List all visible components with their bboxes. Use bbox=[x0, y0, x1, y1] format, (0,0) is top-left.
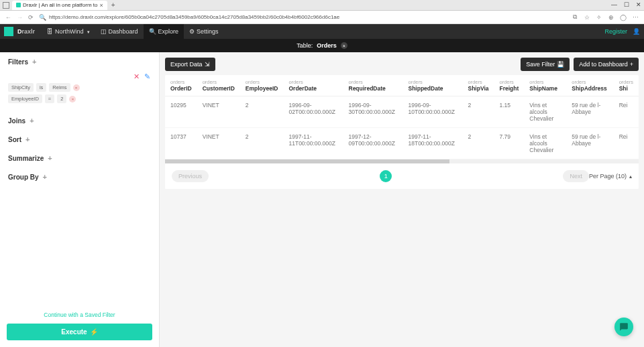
chip-delete-icon[interactable]: × bbox=[69, 96, 76, 102]
scroll-thumb[interactable] bbox=[165, 159, 449, 163]
horizontal-scrollbar[interactable] bbox=[165, 159, 639, 163]
forward-icon[interactable]: → bbox=[17, 14, 23, 21]
db-selector[interactable]: 🗄 NorthWind bbox=[42, 24, 95, 39]
table-cell: 1997-12-09T00:00:00.000Z bbox=[343, 128, 403, 159]
filters-section[interactable]: Filters + bbox=[0, 52, 159, 71]
nav-explore[interactable]: 🔍 Explore bbox=[144, 24, 184, 39]
column-header[interactable]: ordersShipName bbox=[524, 75, 566, 96]
data-table-wrap: ordersOrderIDordersCustomerIDordersEmplo… bbox=[165, 75, 639, 189]
browser-tab[interactable]: Draxlr | An all in one platform to × bbox=[12, 1, 107, 10]
table-cell: 59 rue de l-Abbaye bbox=[566, 128, 613, 159]
collections-icon[interactable]: ✧ bbox=[596, 14, 602, 21]
new-tab-button[interactable]: + bbox=[111, 1, 115, 9]
table-cell: VINET bbox=[197, 128, 240, 159]
groupby-section[interactable]: Group By + bbox=[0, 167, 159, 186]
column-header[interactable]: ordersRequiredDate bbox=[343, 75, 403, 96]
add-sort-icon[interactable]: + bbox=[25, 135, 30, 143]
table-cell: Vins et alcools Chevalier bbox=[524, 128, 566, 159]
column-header[interactable]: ordersEmployeeID bbox=[240, 75, 284, 96]
main-panel: Export Data ⇲ Save Filter 💾 Add to Dashb… bbox=[160, 52, 644, 347]
column-header[interactable]: ordersFreight bbox=[494, 75, 525, 96]
pagination: Previous 1 Next Per Page (10) bbox=[165, 163, 639, 189]
add-filter-icon[interactable]: + bbox=[32, 58, 36, 66]
add-dashboard-button[interactable]: Add to Dashboard + bbox=[574, 58, 639, 71]
user-icon[interactable]: 👤 bbox=[633, 28, 640, 35]
column-header[interactable]: ordersCustomerID bbox=[197, 75, 240, 96]
table-bar: Table: Orders × bbox=[0, 39, 644, 52]
table-cell: 10295 bbox=[165, 96, 197, 128]
page-number[interactable]: 1 bbox=[380, 170, 392, 182]
edit-filter-icon[interactable]: ✎ bbox=[144, 72, 151, 79]
column-header[interactable]: ordersShipVia bbox=[463, 75, 494, 96]
table-cell: Rei bbox=[614, 128, 639, 159]
lock-icon: 🔍 bbox=[39, 14, 46, 21]
add-join-icon[interactable]: + bbox=[30, 117, 34, 125]
add-groupby-icon[interactable]: + bbox=[43, 173, 47, 181]
save-filter-button[interactable]: Save Filter 💾 bbox=[521, 58, 570, 71]
tab-title: Draxlr | An all in one platform to bbox=[23, 2, 97, 8]
table-name: Orders bbox=[317, 42, 337, 49]
favicon-icon bbox=[16, 3, 21, 7]
export-button[interactable]: Export Data ⇲ bbox=[165, 58, 215, 71]
table-cell: 2 bbox=[463, 128, 494, 159]
table-row[interactable]: 10295VINET21996-09-02T00:00:00.000Z1996-… bbox=[165, 96, 639, 128]
plus-icon: + bbox=[630, 61, 633, 68]
table-cell: 1996-09-30T00:00:00.000Z bbox=[343, 96, 403, 128]
reader-icon[interactable]: ⧉ bbox=[572, 14, 578, 21]
sort-section[interactable]: Sort + bbox=[0, 130, 159, 149]
action-bar: Export Data ⇲ Save Filter 💾 Add to Dashb… bbox=[165, 58, 639, 71]
clear-table-icon[interactable]: × bbox=[341, 42, 347, 49]
filter-chips: ✕ ✎ ShipCity is Reims × EmployeeID = 2 × bbox=[0, 71, 159, 111]
tab-close-icon[interactable]: × bbox=[99, 2, 103, 9]
app-nav: Draxlr 🗄 NorthWind ◫ Dashboard 🔍 Explore… bbox=[0, 24, 644, 39]
maximize-icon[interactable]: ☐ bbox=[624, 1, 629, 8]
column-header[interactable]: ordersShi bbox=[614, 75, 639, 96]
column-header[interactable]: ordersShippedDate bbox=[403, 75, 463, 96]
db-name: NorthWind bbox=[55, 28, 84, 35]
summarize-section[interactable]: Summarize + bbox=[0, 149, 159, 167]
table-cell: 2 bbox=[240, 96, 284, 128]
brand-text[interactable]: Draxlr bbox=[17, 28, 35, 35]
add-summarize-icon[interactable]: + bbox=[48, 154, 52, 162]
minimize-icon[interactable]: — bbox=[611, 1, 617, 8]
table-cell: 1.15 bbox=[494, 96, 525, 128]
sidebar: Filters + ✕ ✎ ShipCity is Reims × Employ… bbox=[0, 52, 160, 347]
table-cell: Vins et alcools Chevalier bbox=[524, 96, 566, 128]
profile-icon[interactable]: ◯ bbox=[620, 14, 627, 21]
extensions-icon[interactable]: ⊕ bbox=[608, 14, 614, 21]
database-icon: 🗄 bbox=[47, 28, 53, 35]
nav-dashboard[interactable]: ◫ Dashboard bbox=[95, 24, 144, 39]
column-header[interactable]: ordersOrderID bbox=[165, 75, 197, 96]
refresh-icon[interactable]: ⟳ bbox=[28, 14, 34, 21]
nav-settings[interactable]: ⚙ Settings bbox=[184, 24, 224, 39]
chat-fab[interactable] bbox=[614, 318, 633, 336]
chip-delete-icon[interactable]: × bbox=[73, 84, 80, 91]
prev-button[interactable]: Previous bbox=[172, 170, 209, 182]
remove-filter-icon[interactable]: ✕ bbox=[133, 72, 140, 79]
app-icon bbox=[3, 2, 9, 9]
filter-chip-2[interactable]: EmployeeID = 2 × bbox=[8, 94, 151, 103]
menu-icon[interactable]: ⋯ bbox=[632, 14, 639, 21]
register-link[interactable]: Register bbox=[604, 28, 627, 35]
joins-section[interactable]: Joins + bbox=[0, 111, 159, 130]
next-button[interactable]: Next bbox=[563, 170, 589, 182]
table-row[interactable]: 10737VINET21997-11-11T00:00:00.000Z1997-… bbox=[165, 128, 639, 159]
table-cell: 7.79 bbox=[494, 128, 525, 159]
browser-toolbar: ← → ⟳ 🔍 https://demo.draxlr.com/explore/… bbox=[0, 11, 644, 24]
logo-icon[interactable] bbox=[4, 27, 13, 36]
column-header[interactable]: ordersShipAddress bbox=[566, 75, 613, 96]
column-header[interactable]: ordersOrderDate bbox=[284, 75, 343, 96]
table-cell: 1997-11-18T00:00:00.000Z bbox=[403, 128, 463, 159]
close-icon[interactable]: ✕ bbox=[636, 1, 641, 8]
execute-button[interactable]: Execute ⚡ bbox=[7, 324, 152, 340]
per-page-selector[interactable]: Per Page (10) bbox=[589, 173, 632, 180]
back-icon[interactable]: ← bbox=[5, 14, 11, 21]
address-bar[interactable]: 🔍 https://demo.draxlr.com/explore/605b0c… bbox=[39, 14, 566, 21]
bolt-icon: ⚡ bbox=[90, 328, 98, 336]
gear-icon: ⚙ bbox=[189, 28, 195, 35]
table-cell: 59 rue de l-Abbaye bbox=[566, 96, 613, 128]
chevron-down-icon bbox=[86, 28, 90, 35]
saved-filter-link[interactable]: Continue with a Saved Filter bbox=[7, 311, 152, 318]
favorite-icon[interactable]: ☆ bbox=[584, 14, 590, 21]
filter-chip-1[interactable]: ShipCity is Reims × bbox=[8, 83, 151, 92]
